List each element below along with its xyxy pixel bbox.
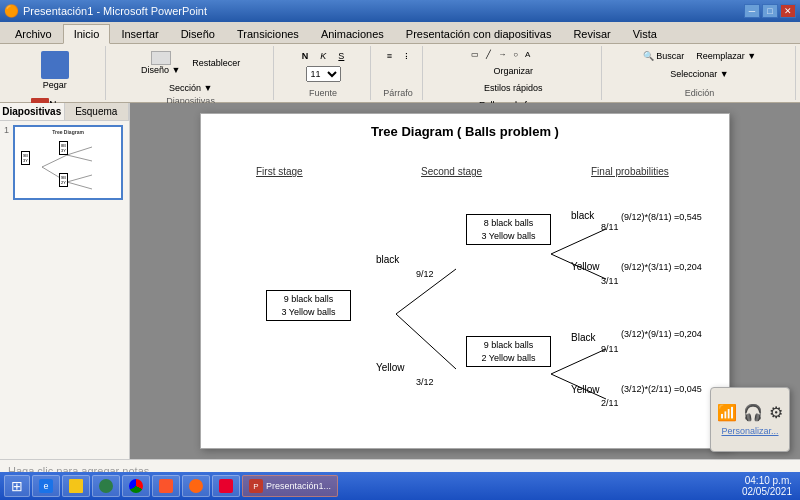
tab-animaciones[interactable]: Animaciones	[310, 24, 395, 43]
minimize-button[interactable]: ─	[744, 4, 760, 18]
title-bar-controls[interactable]: ─ □ ✕	[744, 4, 796, 18]
slide-thumbnails: 1 Tree Diagram 9	[0, 121, 129, 208]
slide[interactable]: Tree Diagram ( Balls problem ) First sta…	[200, 113, 730, 449]
replace-button[interactable]: Reemplazar ▼	[691, 48, 761, 64]
organize-button[interactable]: Organizar	[471, 63, 556, 79]
line-button[interactable]: ╱	[483, 48, 494, 61]
start-button[interactable]: ⊞	[4, 475, 30, 497]
align-button[interactable]: ⫶	[399, 48, 414, 64]
firefox-button[interactable]	[182, 475, 210, 497]
svg-line-7	[396, 314, 456, 369]
tab-diseno[interactable]: Diseño	[170, 24, 226, 43]
sidebar-tabs: Diapositivas Esquema	[0, 103, 129, 121]
italic-button[interactable]: K	[315, 48, 331, 64]
select-button[interactable]: Seleccionar ▼	[665, 66, 733, 82]
media-button[interactable]	[92, 475, 120, 497]
slide-thumbnail-1[interactable]: Tree Diagram 9B3Y 8B3Y	[13, 125, 123, 200]
ie-icon: e	[39, 479, 53, 493]
ribbon-group-diapositivas: Diseño ▼ Restablecer Sección ▼ Diapositi…	[108, 46, 273, 100]
svg-line-10	[551, 349, 606, 374]
ribbon-tabs: Archivo Inicio Insertar Diseño Transicio…	[0, 22, 800, 44]
gear-icon[interactable]: ⚙	[769, 403, 783, 422]
black-branch-label: black	[376, 254, 399, 265]
sidebar: Diapositivas Esquema 1 Tree Diagram	[0, 103, 130, 459]
paste-label: Pegar	[43, 80, 67, 90]
ribbon-group-fuente: N K S 10111214 Fuente	[276, 46, 372, 100]
yellow-branch-prob: 3/12	[416, 377, 434, 387]
sidebar-tab-diapositivas[interactable]: Diapositivas	[0, 103, 65, 120]
section-button[interactable]: Sección ▼	[164, 80, 217, 96]
yy-label: Yellow	[571, 384, 600, 395]
powerpoint-button[interactable]: P Presentación1...	[242, 475, 338, 497]
headset-icon: 🎧	[743, 403, 763, 422]
ribbon-group-edicion: 🔍 Buscar Reemplazar ▼ Seleccionar ▼ Edic…	[604, 46, 796, 100]
bb-label: black	[571, 210, 594, 221]
svg-line-5	[67, 182, 92, 189]
svg-line-3	[67, 155, 92, 161]
main-area: Diapositivas Esquema 1 Tree Diagram	[0, 103, 800, 459]
slide-title: Tree Diagram ( Balls problem )	[201, 124, 729, 139]
root-line2: 3 Yellow balls	[281, 307, 335, 317]
svg-line-8	[551, 229, 606, 254]
underline-button[interactable]: S	[333, 48, 349, 64]
font-size-select[interactable]: 10111214	[306, 66, 341, 82]
ribbon-group-portapapeles: Pegar Nueva Portapapeles	[4, 46, 106, 100]
bb-prob: 8/11	[601, 222, 619, 232]
chrome-icon	[129, 479, 143, 493]
reset-button[interactable]: Restablecer	[187, 55, 245, 71]
by-label: Yellow	[571, 261, 600, 272]
final-yb: (3/12)*(9/11) =0,204	[621, 329, 702, 339]
second-black-line2: 3 Yellow balls	[481, 231, 535, 241]
find-button[interactable]: 🔍 Buscar	[638, 48, 690, 64]
bluetooth-icon: 📶	[717, 403, 737, 422]
clock-date: 02/05/2021	[742, 486, 792, 497]
sidebar-tab-esquema[interactable]: Esquema	[65, 103, 130, 120]
app-icon: 🟠	[4, 4, 19, 18]
personalize-link[interactable]: Personalizar...	[721, 426, 778, 436]
yb-label: Black	[571, 332, 595, 343]
tab-presentacion[interactable]: Presentación con diapositivas	[395, 24, 563, 43]
tree-diagram-lines	[201, 114, 729, 448]
edicion-buttons: 🔍 Buscar Reemplazar ▼ Seleccionar ▼	[610, 48, 789, 82]
tab-archivo[interactable]: Archivo	[4, 24, 63, 43]
quick-styles-button[interactable]: Estilos rápidos	[471, 80, 556, 96]
second-stage-yellow-box: 9 black balls 2 Yellow balls	[466, 336, 551, 367]
slide-area: Tree Diagram ( Balls problem ) First sta…	[130, 103, 800, 459]
diapositivas-buttons: Diseño ▼ Restablecer Sección ▼	[114, 48, 266, 96]
ribbon-group-dibujo: ▭ ╱ → ○ A Organizar Estilos rápidos Rell…	[425, 46, 602, 100]
final-bb: (9/12)*(8/11) =0,545	[621, 212, 702, 222]
svg-line-4	[67, 175, 92, 182]
tab-vista[interactable]: Vista	[622, 24, 668, 43]
folder-icon	[69, 479, 83, 493]
ie-button[interactable]: e	[32, 475, 60, 497]
root-line1: 9 black balls	[284, 294, 334, 304]
close-button[interactable]: ✕	[780, 4, 796, 18]
tab-insertar[interactable]: Insertar	[110, 24, 169, 43]
arrow-button[interactable]: →	[495, 48, 509, 61]
taskbar-clock: 04:10 p.m. 02/05/2021	[742, 475, 796, 497]
ribbon: Archivo Inicio Insertar Diseño Transicio…	[0, 22, 800, 103]
java-button[interactable]	[212, 475, 240, 497]
brave-button[interactable]	[152, 475, 180, 497]
yellow-branch-label: Yellow	[376, 362, 405, 373]
folder-button[interactable]	[62, 475, 90, 497]
clock-time: 04:10 p.m.	[742, 475, 792, 486]
first-stage-label: First stage	[256, 166, 303, 177]
list-button[interactable]: ≡	[382, 48, 397, 64]
tab-transiciones[interactable]: Transiciones	[226, 24, 310, 43]
maximize-button[interactable]: □	[762, 4, 778, 18]
shapes-button[interactable]: ▭	[468, 48, 482, 61]
paste-button[interactable]: Pegar	[36, 48, 74, 93]
tab-revisar[interactable]: Revisar	[562, 24, 621, 43]
chrome-button[interactable]	[122, 475, 150, 497]
ppt-task-label: Presentación1...	[266, 481, 331, 491]
oval-button[interactable]: ○	[510, 48, 521, 61]
tab-inicio[interactable]: Inicio	[63, 24, 111, 44]
firefox-icon	[189, 479, 203, 493]
fuente-label: Fuente	[309, 88, 337, 98]
edicion-label: Edición	[685, 88, 715, 98]
parrafo-label: Párrafo	[383, 88, 413, 98]
design-button[interactable]: Diseño ▼	[136, 48, 185, 78]
bold-button[interactable]: N	[297, 48, 314, 64]
textbox-button[interactable]: A	[522, 48, 533, 61]
